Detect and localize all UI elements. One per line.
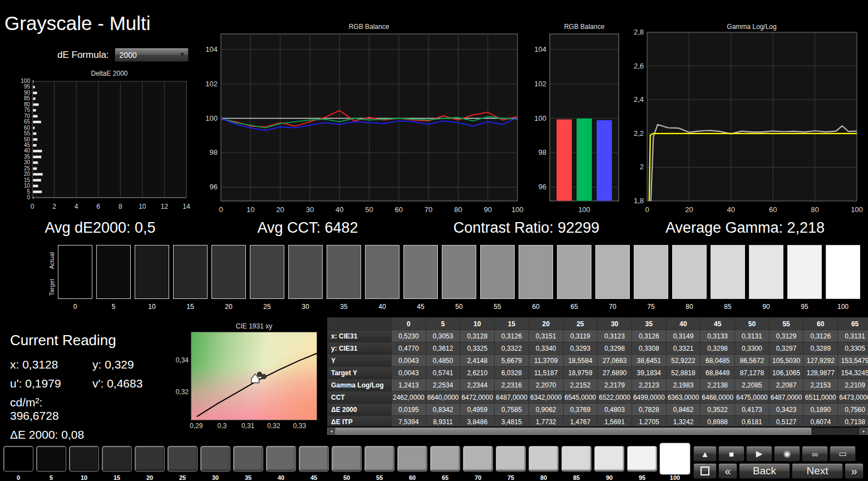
- patch-tile-50[interactable]: [332, 446, 362, 472]
- patch-tile-55[interactable]: [364, 446, 394, 472]
- scrollbar-right-arrow[interactable]: ►: [860, 428, 868, 435]
- grayscale-swatch-45: [403, 245, 438, 299]
- table-cell: 0,4850: [426, 355, 460, 367]
- patch-label: 50: [332, 474, 362, 481]
- patch-label: 55: [364, 474, 394, 481]
- stop-button[interactable]: ■: [718, 446, 744, 462]
- eject-button[interactable]: ▲: [693, 446, 717, 462]
- table-cell: 2,2316: [495, 379, 529, 391]
- table-col-header: 15: [495, 318, 529, 330]
- table-cell: 6487,0000: [769, 391, 803, 404]
- patch-tile-15[interactable]: [102, 446, 132, 472]
- svg-text:40: 40: [336, 205, 343, 214]
- scrollbar-thumb[interactable]: [336, 428, 811, 435]
- svg-text:5: 5: [27, 189, 30, 195]
- prev-chevron-button[interactable]: «: [718, 463, 737, 479]
- scrollbar-left-arrow[interactable]: ◄: [327, 428, 336, 435]
- patch-tile-100[interactable]: [660, 443, 690, 474]
- svg-text:75: 75: [24, 107, 31, 113]
- svg-text:102: 102: [205, 80, 218, 88]
- swatch-level-label: 30: [288, 303, 323, 311]
- svg-text:0: 0: [31, 203, 34, 210]
- table-cell: 0,9062: [529, 404, 563, 416]
- patch-tile-85[interactable]: [561, 446, 591, 472]
- grayscale-swatch-40: [365, 245, 400, 299]
- patch-tile-65[interactable]: [430, 446, 460, 472]
- back-button[interactable]: Back: [739, 463, 790, 479]
- deltae-histogram-chart: DeltaE 2000 0246810121410095908580757065…: [6, 69, 192, 215]
- svg-text:80: 80: [24, 101, 31, 107]
- table-row-label: ΔE ITP: [328, 416, 392, 427]
- patch-tile-95[interactable]: [627, 446, 657, 472]
- table-cell: 0,5127: [769, 416, 803, 427]
- table-cell: 0,3769: [563, 404, 598, 416]
- table-row: y: CIE310,47700,36120,33250,33220,33400,…: [328, 342, 868, 355]
- grayscale-swatch-strip: 0510152025303540455055606570758085909510…: [58, 245, 860, 311]
- svg-text:1,8: 1,8: [634, 197, 644, 205]
- patch-tile-20[interactable]: [135, 446, 165, 472]
- patch-tile-40[interactable]: [266, 446, 296, 472]
- swatch-level-label: 5: [96, 303, 131, 311]
- patch-label: 5: [36, 474, 66, 481]
- patch-tile-70[interactable]: [463, 446, 493, 472]
- grayscale-swatch-20: [211, 245, 246, 299]
- reading-v: v': 0,4683: [92, 377, 142, 390]
- table-cell: 11,5187: [529, 367, 563, 379]
- table-cell: 2462,0000: [392, 391, 426, 404]
- patch-tile-80[interactable]: [529, 446, 559, 472]
- svg-text:100: 100: [534, 114, 546, 122]
- table-scrollbar[interactable]: ◄ ►: [327, 428, 868, 435]
- table-cell: 0,3119: [563, 330, 598, 342]
- table-cell: 0,3305: [838, 342, 868, 355]
- swatch-level-label: 20: [211, 303, 246, 311]
- rgb-balance-bar-chart: RGB Balance 1041021009896100: [529, 22, 628, 216]
- table-cell: 2,2152: [563, 379, 598, 391]
- table-col-header: 60: [803, 318, 838, 330]
- patch-tile-90[interactable]: [594, 446, 624, 472]
- reading-u: u': 0,1979: [10, 377, 92, 390]
- patch-tile-25[interactable]: [167, 446, 198, 472]
- current-patch-button[interactable]: [693, 463, 717, 479]
- swatch-level-label: 0: [58, 303, 92, 311]
- reading-de2000: ΔE 2000: 0,08: [10, 428, 92, 441]
- stat-contrast-ratio: Contrast Ratio: 92299: [453, 219, 600, 237]
- table-cell: 1,2705: [632, 416, 666, 427]
- de-formula-value: 2000: [120, 51, 137, 60]
- current-patch-icon: [701, 467, 709, 475]
- pattern-window-button[interactable]: ▭: [830, 446, 856, 462]
- patch-tile-30[interactable]: [200, 446, 230, 472]
- table-cell: 0,3289: [803, 342, 838, 355]
- patch-label: 80: [529, 474, 559, 481]
- patch-label: 20: [135, 474, 165, 481]
- patch-tile-10[interactable]: [69, 446, 99, 472]
- play-button[interactable]: ▶: [746, 446, 772, 462]
- svg-text:90: 90: [484, 205, 491, 214]
- patch-tile-45[interactable]: [299, 446, 329, 472]
- table-col-header: 25: [563, 318, 598, 330]
- record-button[interactable]: ◉: [774, 446, 800, 462]
- loop-button[interactable]: ∞: [802, 446, 828, 462]
- patch-label: 100: [660, 474, 690, 481]
- table-cell: 0,7585: [495, 404, 529, 416]
- table-cell: 0,3293: [563, 342, 598, 355]
- table-cell: 0,3322: [495, 342, 529, 355]
- swatch-level-label: 90: [749, 303, 783, 311]
- patch-tile-0[interactable]: [3, 446, 33, 472]
- patch-tile-35[interactable]: [233, 446, 263, 472]
- svg-text:14: 14: [183, 203, 190, 210]
- svg-text:104: 104: [205, 45, 218, 53]
- swatch-level-label: 75: [634, 303, 668, 311]
- patch-tile-60[interactable]: [397, 446, 427, 472]
- next-button[interactable]: Next: [792, 463, 843, 479]
- reading-x: x: 0,3128: [10, 358, 92, 371]
- table-col-header: 10: [460, 318, 495, 330]
- de-formula-dropdown[interactable]: 2000 ▼: [115, 48, 189, 62]
- patch-tile-75[interactable]: [496, 446, 526, 472]
- scrollbar-track[interactable]: [811, 428, 860, 435]
- next-chevron-button[interactable]: »: [845, 463, 864, 479]
- patch-label: 95: [627, 474, 657, 481]
- next-button-label: Next: [806, 465, 828, 477]
- swatch-level-label: 15: [173, 303, 208, 311]
- patch-tile-5[interactable]: [36, 446, 66, 472]
- svg-text:90: 90: [24, 90, 31, 96]
